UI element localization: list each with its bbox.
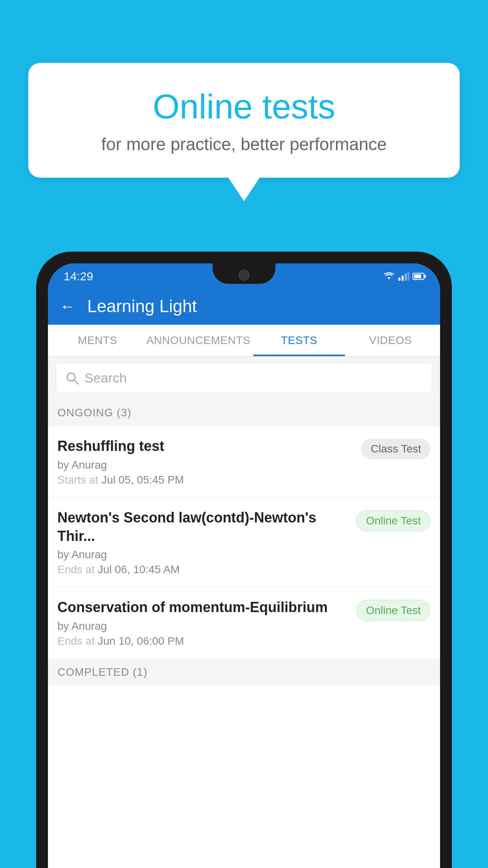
wifi-icon [383, 272, 395, 281]
speech-bubble-container: Online tests for more practice, better p… [28, 63, 460, 201]
test-badge-online: Online Test [356, 510, 431, 531]
test-author: by Anurag [57, 548, 348, 561]
test-time-label: Ends at [57, 563, 95, 576]
svg-rect-3 [405, 274, 407, 281]
phone-frame: 14:29 [36, 252, 452, 868]
completed-section-header: COMPLETED (1) [48, 659, 440, 686]
test-time-value: Jul 06, 10:45 AM [98, 563, 180, 576]
speech-bubble-title: Online tests [60, 86, 428, 127]
ongoing-section-header: ONGOING (3) [48, 399, 440, 426]
test-time-value: Jun 10, 06:00 PM [98, 635, 184, 647]
test-name: Reshuffling test [57, 437, 353, 456]
signal-icon [398, 272, 409, 281]
test-item[interactable]: Conservation of momentum-Equilibrium by … [48, 587, 440, 659]
tabs-bar: MENTS ANNOUNCEMENTS TESTS VIDEOS [48, 325, 440, 357]
test-info: Reshuffling test by Anurag Starts at Jul… [57, 437, 353, 486]
test-author: by Anurag [57, 620, 348, 633]
test-list: Reshuffling test by Anurag Starts at Jul… [48, 426, 440, 868]
phone-inner: 14:29 [40, 256, 448, 868]
back-button[interactable]: ← [60, 298, 75, 315]
test-item[interactable]: Newton's Second law(contd)-Newton's Thir… [48, 498, 440, 588]
test-time: Ends at Jul 06, 10:45 AM [57, 563, 348, 576]
search-placeholder: Search [84, 370, 127, 386]
status-icons [383, 272, 424, 281]
front-camera [238, 270, 250, 281]
test-item[interactable]: Reshuffling test by Anurag Starts at Jul… [48, 426, 440, 498]
speech-bubble-subtitle: for more practice, better performance [60, 134, 428, 154]
svg-rect-2 [402, 276, 404, 281]
search-container: Search [48, 357, 440, 399]
svg-rect-4 [407, 272, 409, 281]
search-icon [66, 371, 79, 385]
test-time: Ends at Jun 10, 06:00 PM [57, 635, 348, 647]
test-name: Conservation of momentum-Equilibrium [57, 598, 348, 617]
battery-icon [413, 273, 424, 280]
test-info: Newton's Second law(contd)-Newton's Thir… [57, 509, 348, 576]
test-name: Newton's Second law(contd)-Newton's Thir… [57, 509, 348, 546]
svg-marker-0 [387, 277, 391, 280]
test-time-value: Jul 05, 05:45 PM [101, 474, 184, 486]
test-time: Starts at Jul 05, 05:45 PM [57, 474, 353, 486]
test-badge-online-2: Online Test [356, 600, 431, 621]
svg-line-6 [74, 380, 78, 384]
test-time-label: Starts at [57, 474, 98, 486]
tab-ments[interactable]: MENTS [52, 325, 143, 356]
tab-videos[interactable]: VIDEOS [345, 325, 436, 356]
test-author: by Anurag [57, 459, 353, 471]
test-info: Conservation of momentum-Equilibrium by … [57, 598, 348, 647]
phone-notch [213, 263, 275, 284]
test-badge-class: Class Test [361, 439, 431, 459]
app-title: Learning Light [87, 296, 197, 316]
tab-announcements[interactable]: ANNOUNCEMENTS [143, 325, 253, 356]
speech-bubble: Online tests for more practice, better p… [28, 63, 460, 178]
status-time: 14:29 [64, 270, 93, 283]
app-header: ← Learning Light [48, 288, 440, 325]
screen-content: Search ONGOING (3) Reshuffling test by A… [48, 357, 440, 868]
svg-rect-1 [398, 278, 400, 281]
search-bar[interactable]: Search [56, 363, 432, 393]
tab-tests[interactable]: TESTS [253, 325, 345, 356]
speech-bubble-tail [228, 178, 260, 201]
phone-screen: 14:29 [48, 263, 440, 868]
test-time-label: Ends at [57, 635, 95, 647]
